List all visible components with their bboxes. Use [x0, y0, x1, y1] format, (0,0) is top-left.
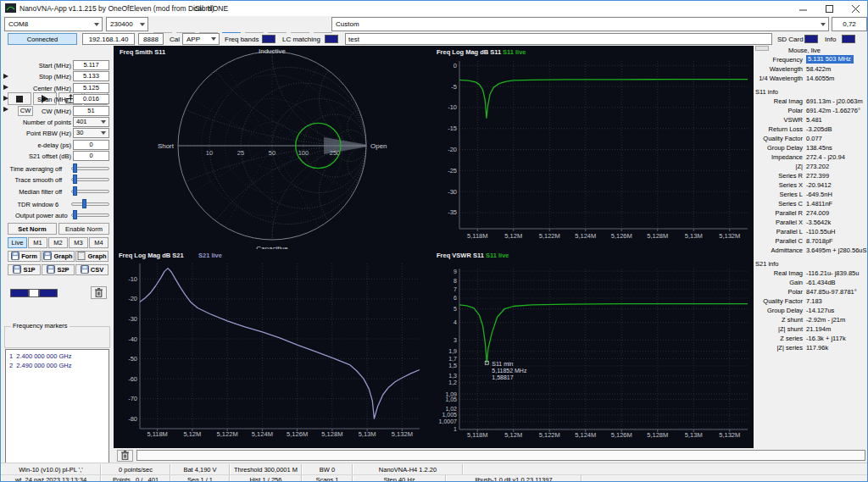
svg-text:S11 live: S11 live	[503, 48, 526, 56]
logmag-chart-s21[interactable]: 5,118M5,12M5,122M5,124M5,126M5,128M5,13M…	[114, 249, 431, 448]
memory-button-m1[interactable]: M1	[28, 237, 47, 248]
save-form-button[interactable]: Form	[8, 251, 41, 262]
field-label-5: Number of points	[3, 119, 71, 126]
svg-text:-15: -15	[448, 125, 457, 132]
memory-button-m3[interactable]: M3	[69, 237, 88, 248]
stat-label-7: Polar	[754, 107, 803, 114]
slider-track-4[interactable]	[71, 213, 109, 217]
enable-norm-button[interactable]: Enable Norm	[58, 223, 109, 235]
stat-value-17: 1.4811nF	[806, 200, 832, 208]
save-s1p-button[interactable]: S1P	[8, 264, 41, 275]
close-button[interactable]	[843, 1, 868, 16]
sd-card-swatch[interactable]	[804, 35, 818, 43]
info-swatch[interactable]	[842, 35, 855, 43]
memory-button-m2[interactable]: M2	[48, 237, 68, 248]
input-cw-mhz-[interactable]: 51	[73, 106, 109, 116]
status-cell-row1-2: Bat 4,190 V	[170, 464, 230, 474]
profile-select[interactable]: Custom	[331, 17, 829, 31]
slider-thumb-3[interactable]	[82, 199, 86, 208]
connect-button[interactable]: Connected	[8, 33, 77, 45]
trash-icon	[94, 287, 103, 299]
marker2-color-swatch[interactable]	[39, 289, 58, 297]
svg-text:Short: Short	[158, 142, 175, 150]
marker1-color-swatch[interactable]	[10, 289, 29, 297]
button-label: Form	[21, 252, 37, 260]
set-norm-button[interactable]: Set Norm	[8, 223, 57, 235]
status-cell-row1-6	[463, 464, 868, 474]
slider-track-2[interactable]	[71, 190, 109, 193]
scale-spinbox[interactable]: 0,72	[832, 17, 867, 31]
clipboard-icon	[77, 251, 86, 262]
preset-name-field[interactable]	[345, 33, 772, 45]
input-center-mhz-[interactable]: 5.125	[73, 83, 109, 93]
slider-track-1[interactable]	[71, 178, 109, 181]
input-start-mhz-[interactable]: 5.117	[73, 60, 109, 70]
lc-matching-swatch[interactable]	[325, 35, 338, 43]
marker-list-item-2[interactable]: 2 2.490 000 000 GHz	[9, 361, 108, 370]
copy-graph-button[interactable]: Graph	[75, 251, 108, 262]
freq-bands-swatch[interactable]	[262, 35, 275, 43]
svg-text:100: 100	[298, 149, 309, 157]
baud-rate-select[interactable]: 230400	[106, 17, 148, 31]
slider-thumb-4[interactable]	[73, 210, 77, 219]
slider-thumb-2[interactable]	[73, 186, 77, 196]
svg-text:-5: -5	[451, 83, 457, 91]
port-field[interactable]	[138, 33, 164, 45]
com-port-select[interactable]: COM8	[4, 17, 103, 31]
maximize-button[interactable]	[816, 1, 843, 16]
vswr-chart-s11[interactable]: 5,118M5,12M5,122M5,124M5,126M5,128M5,13M…	[431, 249, 754, 448]
svg-text:5,124M: 5,124M	[575, 232, 596, 240]
smith-chart-s11[interactable]: 102550100250InductiveCapacitiveShortOpen…	[114, 46, 431, 249]
input-e-delay-ps-[interactable]: 0	[73, 140, 109, 150]
select-number-of-points[interactable]: 401	[73, 117, 109, 127]
svg-text:1,02: 1,02	[445, 406, 457, 412]
input-stop-mhz-[interactable]: 5.133	[73, 71, 109, 81]
memory-button-m4[interactable]: M4	[89, 237, 108, 248]
clear-messages-button[interactable]	[117, 450, 133, 462]
titlebar: NanoVNA-App v1.1.215 by OneOfEleven (mod…	[1, 1, 868, 16]
panel-header: Mouse, live	[754, 47, 855, 54]
slider-thumb-0[interactable]	[73, 163, 77, 173]
message-row	[114, 448, 868, 463]
ip-address-field[interactable]	[82, 33, 135, 45]
status-cell-row2-1: Points 0 / 401	[101, 475, 170, 482]
svg-text:1,3: 1,3	[448, 373, 457, 379]
svg-text:5,12M: 5,12M	[183, 430, 201, 438]
select-point-rbw-hz-[interactable]: 30	[73, 128, 109, 138]
save-csv-button[interactable]: CSV	[75, 264, 108, 275]
minimize-button[interactable]	[790, 1, 816, 16]
control-sidebar: Frequency markers 1 2.400 000 000 GHz2 2…	[1, 46, 114, 463]
memory-button-live[interactable]: Live	[8, 237, 27, 248]
measurements-panel: Mouse, liveFrequency5.131 503 MHzWavelen…	[754, 46, 868, 448]
chevron-down-icon	[94, 23, 99, 29]
svg-text:Open: Open	[370, 142, 387, 150]
stat-label-27: Polar	[754, 288, 803, 296]
delete-markers-button[interactable]	[91, 286, 107, 299]
marker-color-swatch-blank[interactable]	[29, 289, 39, 297]
input-s21-offset-db-[interactable]: 0	[73, 151, 109, 161]
save-graph-button[interactable]: Graph	[42, 251, 75, 262]
floppy-icon	[81, 265, 89, 275]
slider-track-0[interactable]	[71, 167, 109, 170]
slider-thumb-1[interactable]	[73, 175, 77, 184]
stat-label-11: Group Delay	[754, 144, 803, 152]
stat-value-25: -116.21u- j839.85u	[806, 269, 859, 277]
field-label-1: Stop (MHz)	[3, 73, 71, 80]
stat-label-12: Impedance	[754, 153, 803, 161]
floppy-icon	[13, 265, 21, 275]
floppy-icon	[11, 252, 19, 262]
svg-text:-25: -25	[448, 167, 457, 175]
slider-track-3[interactable]	[71, 202, 109, 206]
svg-text:5,128M: 5,128M	[321, 430, 342, 438]
baud-value: 230400	[110, 20, 133, 28]
status-cell-row2-6: libusb-1.0.dll v1.0.23.11397	[446, 475, 581, 482]
svg-text:5,126M: 5,126M	[611, 431, 632, 439]
save-s2p-button[interactable]: S2P	[42, 264, 75, 275]
app-mode-select[interactable]: APP	[182, 33, 220, 45]
marker-list-item-1[interactable]: 1 2.400 000 000 GHz	[9, 352, 108, 361]
logmag-chart-s11[interactable]: 5,118M5,12M5,122M5,124M5,126M5,128M5,13M…	[431, 46, 754, 249]
input-span-mhz-[interactable]: 0.016	[73, 94, 109, 104]
status-cell-row2-2: Seg 1 / 1	[170, 475, 230, 482]
slider-value-2: off	[55, 188, 69, 196]
button-label: S2P	[57, 266, 69, 274]
